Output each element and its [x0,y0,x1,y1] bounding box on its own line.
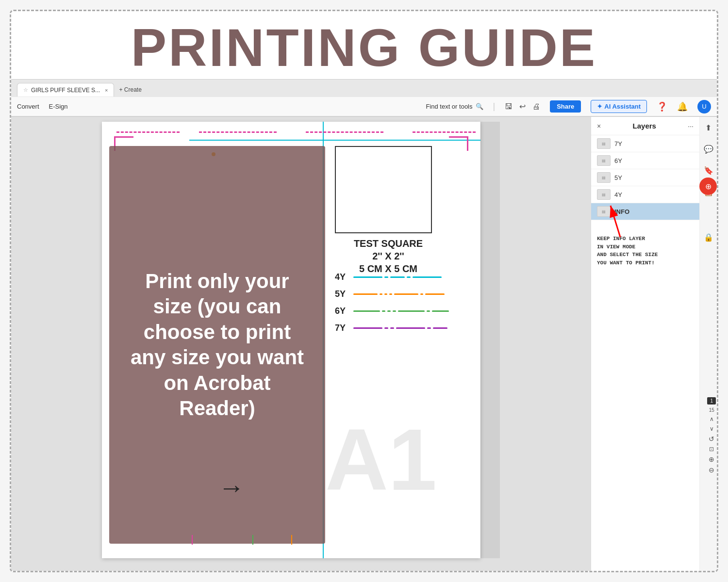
dash-5 [398,310,425,312]
dash-1 [353,327,382,329]
test-square-title: TEST SQUARE [335,237,442,250]
page-current: 1 [707,397,716,404]
dash-3 [384,293,387,295]
pdf-scroll-area [480,122,500,558]
print-icon[interactable]: 🖨 [532,102,540,111]
bottom-mark-3 [291,535,292,545]
test-square-label: TEST SQUARE 2'' x 2'' 5 CM x 5 CM [335,237,442,275]
layer-thumb-icon: ▤ [602,176,606,180]
dash-1 [353,310,380,312]
ai-assistant-button[interactable]: ✦ AI Assistant [591,100,647,113]
new-tab-label: + Create [119,86,141,93]
browser-chrome: ☆ GIRLS PUFF SLEEVE S... × + Create Conv… [11,79,717,117]
layer-thumb-7y: ▤ [597,138,611,149]
dash-5 [394,293,418,295]
bookmark-icon[interactable]: 🔖 [702,163,715,177]
esign-nav-item[interactable]: E-Sign [49,103,68,110]
tab-close-button[interactable]: × [105,87,108,93]
browser-tabs: ☆ GIRLS PUFF SLEEVE S... × + Create [11,80,717,97]
black-arrow: → [218,472,245,502]
convert-nav-item[interactable]: Convert [17,103,39,110]
dash-1 [353,293,378,295]
dash-2 [382,310,385,312]
layer-name-4y: 4Y [614,191,694,198]
page-nav-area: 1 15 ∧ ∨ ↺ ⊡ ⊕ ⊖ [707,397,716,474]
browser-tab-active[interactable]: ☆ GIRLS PUFF SLEEVE S... × [17,83,114,97]
dash-5 [413,276,442,278]
test-square-line1: 2'' x 2'' [335,250,442,262]
layer-thumb-icon: ▤ [602,142,606,146]
layer-item-7y[interactable]: ▤ 7Y [591,135,699,152]
layers-header: × Layers ··· [591,117,699,135]
new-tab-button[interactable]: + Create [114,84,146,95]
size-line-7y: 7Y [335,323,471,333]
layer-thumb-4y: ▤ [597,189,611,200]
share-button[interactable]: Share [550,100,581,113]
dash-6 [420,293,423,295]
search-area[interactable]: Find text or tools 🔍 [426,103,483,110]
line-pink-4 [413,131,476,133]
save-icon[interactable]: 🖫 [505,102,513,111]
dash-4 [396,327,425,329]
layers-more-button[interactable]: ··· [688,122,694,130]
search-label: Find text or tools [426,103,472,110]
help-icon[interactable]: ❓ [657,101,667,112]
print-instruction-text: Print only your size (you can choose to … [124,269,311,421]
bottom-mark-1 [192,535,193,545]
line-pink-2 [199,131,277,133]
size-label-5y: 5Y [335,289,349,299]
page-down-icon[interactable]: ∨ [710,425,714,432]
test-square-area: TEST SQUARE 2'' x 2'' 5 CM x 5 CM [335,146,442,275]
layer-thumb-icon: ▤ [602,193,606,197]
refresh-icon[interactable]: ↺ [709,435,714,443]
star-icon: ☆ [23,87,28,93]
layer-thumb-5y: ▤ [597,172,611,183]
size-line-5y: 5Y [335,289,471,299]
avatar[interactable]: U [697,100,711,113]
dash-5 [427,327,431,329]
size-label-6y: 6Y [335,306,349,316]
annotation-area: KEEP INFO LAYERIN VIEW MODEAND SELECT TH… [591,220,699,273]
layers-panel: × Layers ··· ▤ 7Y ▤ 6Y [591,117,717,571]
outer-container: PRINTING GUIDE ☆ GIRLS PUFF SLEEVE S... … [10,10,718,572]
zoom-out-icon[interactable]: ⊖ [709,466,714,474]
layer-item-5y[interactable]: ▤ 5Y [591,169,699,186]
divider: | [493,101,496,112]
dash-2 [384,276,388,278]
comment-icon[interactable]: 💬 [702,142,715,156]
svg-line-1 [611,206,620,237]
size-label-4y: 4Y [335,272,349,282]
line-pink-3 [306,131,383,133]
page-up-icon[interactable]: ∧ [710,416,714,422]
size-line-4y: 4Y [335,272,471,282]
ai-label: AI Assistant [604,103,641,110]
size-label-7y: 7Y [335,323,349,333]
title-area: PRINTING GUIDE [11,11,717,79]
dash-6 [427,310,430,312]
zoom-in-icon[interactable]: ⊕ [709,455,714,463]
lock-icon[interactable]: 🔒 [702,230,715,244]
print-instruction-box: Print only your size (you can choose to … [109,146,325,544]
dash-4 [393,310,396,312]
pdf-page: Print only your size (you can choose to … [102,122,480,558]
export-icon[interactable]: ⬆ [702,121,715,134]
layers-icon-highlighted[interactable]: ⊕ [699,178,717,195]
pdf-viewer: Print only your size (you can choose to … [11,117,591,571]
dash-3 [387,310,391,312]
layer-name-5y: 5Y [614,174,694,181]
watermark: A1 [325,409,437,510]
undo-icon[interactable]: ↩ [519,102,526,111]
line-pink-1 [116,131,180,133]
page-title: PRINTING GUIDE [11,21,717,74]
layer-item-6y[interactable]: ▤ 6Y [591,152,699,169]
layer-thumb-icon: ▤ [602,159,606,163]
dash-group-7y [353,327,471,329]
layer-name-6y: 6Y [614,157,694,164]
layer-thumb-icon: ▤ [602,210,606,214]
layers-icon: ⊕ [705,182,711,191]
dash-group-4y [353,276,471,278]
bell-icon[interactable]: 🔔 [677,101,688,112]
pages-icon[interactable]: ⊡ [709,446,714,453]
layers-title: Layers [633,122,656,130]
layers-close-button[interactable]: × [597,122,601,130]
